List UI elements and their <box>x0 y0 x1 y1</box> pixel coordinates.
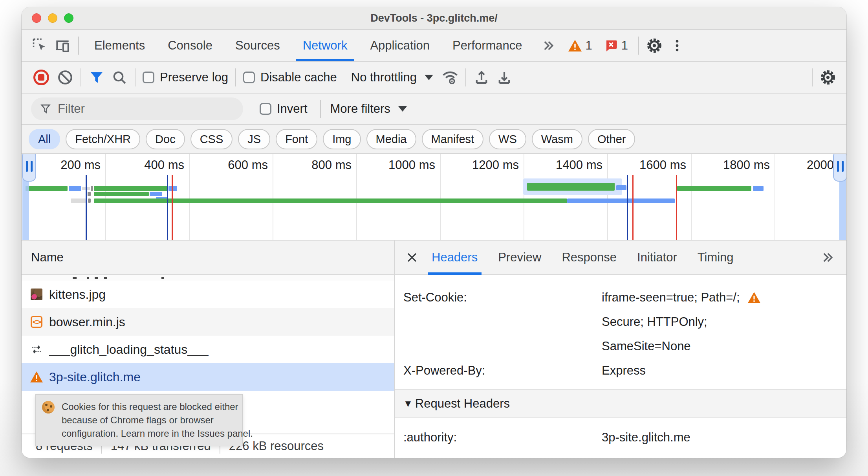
tab-console[interactable]: Console <box>156 30 224 61</box>
tooltip-text-line: configuration. Learn more in the Issues … <box>62 427 235 440</box>
preserve-log-toggle[interactable]: Preserve log <box>139 70 231 85</box>
type-filter-font[interactable]: Font <box>276 129 317 149</box>
load-event-line <box>172 175 173 240</box>
settings-gear-icon[interactable] <box>643 34 666 57</box>
close-details-icon[interactable] <box>403 246 421 269</box>
request-name: bowser.min.js <box>49 315 125 329</box>
page: DevTools - 3pc.glitch.me/ ElementsConsol… <box>0 0 868 476</box>
waterfall-bar <box>677 186 751 191</box>
disable-cache-toggle[interactable]: Disable cache <box>240 70 340 85</box>
network-overview-timeline[interactable]: 200 ms400 ms600 ms800 ms1000 ms1200 ms14… <box>22 154 846 241</box>
type-filter-js[interactable]: JS <box>238 129 270 149</box>
requests-pane: Name kittens.jpg<>bowser.min.js___glitch… <box>22 241 395 458</box>
tab-elements[interactable]: Elements <box>83 30 156 61</box>
waterfall-bar <box>567 198 675 203</box>
chevron-down-icon <box>398 106 407 112</box>
invert-checkbox[interactable] <box>260 103 271 115</box>
tab-application[interactable]: Application <box>359 30 441 61</box>
details-tab-bar: HeadersPreviewResponseInitiatorTiming <box>395 241 846 275</box>
error-count: 1 <box>621 39 628 53</box>
tab-network[interactable]: Network <box>291 30 359 61</box>
kebab-menu-icon[interactable] <box>666 34 689 57</box>
import-har-icon[interactable] <box>470 66 493 89</box>
timeline-tick-label: 400 ms <box>106 158 184 172</box>
request-details-pane: HeadersPreviewResponseInitiatorTiming Se… <box>395 241 846 458</box>
timeline-left-strip <box>22 178 29 240</box>
type-filter-ws[interactable]: WS <box>489 129 526 149</box>
timeline-right-scrubber[interactable] <box>833 154 846 182</box>
request-row[interactable]: 3p-site.glitch.me <box>22 363 394 391</box>
export-har-icon[interactable] <box>493 66 516 89</box>
name-column-header[interactable]: Name <box>22 241 394 275</box>
tab-sources[interactable]: Sources <box>224 30 291 61</box>
request-name: kittens.jpg <box>49 287 106 302</box>
request-row[interactable]: ___glitch_loading_status___ <box>22 336 394 363</box>
details-tab-timing[interactable]: Timing <box>687 241 744 275</box>
waterfall-bar <box>88 198 91 203</box>
disable-cache-checkbox[interactable] <box>243 72 255 83</box>
network-conditions-icon[interactable] <box>439 66 461 89</box>
type-filter-css[interactable]: CSS <box>190 129 233 149</box>
domcontent-event-line <box>86 175 87 240</box>
request-row[interactable]: kittens.jpg <box>22 281 394 308</box>
response-headers-list: Set-Cookie:iframe-seen=true; Path=/;Secu… <box>395 275 846 383</box>
load-event-line <box>676 175 677 240</box>
record-network-log-button[interactable] <box>33 70 49 85</box>
timeline-tick-label: 1400 ms <box>524 158 602 172</box>
type-filter-manifest[interactable]: Manifest <box>422 129 484 149</box>
details-tab-response[interactable]: Response <box>551 241 627 275</box>
console-error-badge[interactable]: 1 <box>605 39 628 53</box>
timeline-tick-label: 1200 ms <box>440 158 519 172</box>
invert-toggle[interactable]: Invert <box>256 102 311 116</box>
filter-input[interactable]: Filter <box>31 97 243 120</box>
filter-placeholder: Filter <box>58 102 85 116</box>
more-filters-dropdown[interactable]: More filters <box>330 102 407 116</box>
type-filter-fetch-xhr[interactable]: Fetch/XHR <box>66 129 140 149</box>
type-filter-all[interactable]: All <box>29 129 60 149</box>
waterfall-bar <box>94 192 149 196</box>
type-filter-doc[interactable]: Doc <box>146 129 185 149</box>
details-tab-headers[interactable]: Headers <box>421 241 488 275</box>
cookie-blocked-tooltip: Cookies for this request are blocked eit… <box>35 394 243 446</box>
clear-network-log-icon[interactable] <box>54 66 77 89</box>
waterfall-bar <box>71 198 87 203</box>
search-icon[interactable] <box>108 66 131 89</box>
header-value: SameSite=None <box>602 334 839 358</box>
more-filters-label: More filters <box>330 102 390 116</box>
network-toolbar: Preserve log Disable cache No throttling <box>22 62 846 94</box>
more-detail-tabs-chevron[interactable] <box>816 246 839 269</box>
waterfall-bar <box>26 186 68 191</box>
waterfall-bar <box>753 186 764 191</box>
disable-cache-label: Disable cache <box>260 70 337 85</box>
type-filter-other[interactable]: Other <box>588 129 635 149</box>
network-settings-gear-icon[interactable] <box>817 66 839 89</box>
more-tabs-chevron[interactable] <box>540 38 556 53</box>
preserve-log-label: Preserve log <box>160 70 228 85</box>
header-value: 3p-site.glitch.me <box>602 425 839 450</box>
chevron-down-icon <box>425 75 433 80</box>
triangle-down-icon: ▼ <box>403 398 413 409</box>
throttling-dropdown[interactable]: No throttling <box>351 70 433 85</box>
request-headers-section[interactable]: ▼ Request Headers <box>395 390 846 418</box>
waterfall-bar <box>69 186 81 191</box>
timeline-left-scrubber[interactable] <box>22 154 36 182</box>
image-thumbnail-icon <box>31 289 42 300</box>
lower-split: Name kittens.jpg<>bowser.min.js___glitch… <box>22 241 846 458</box>
toggle-device-toolbar-icon[interactable] <box>51 34 74 57</box>
request-row[interactable]: <>bowser.min.js <box>22 308 394 336</box>
domcontent-event-line <box>627 175 628 240</box>
filter-funnel-icon[interactable] <box>85 66 108 89</box>
type-filter-img[interactable]: Img <box>323 129 361 149</box>
details-tab-preview[interactable]: Preview <box>488 241 551 275</box>
request-name: ___glitch_loading_status___ <box>49 342 209 357</box>
type-filter-media[interactable]: Media <box>366 129 416 149</box>
domcontent-event-line <box>167 175 168 240</box>
preserve-log-checkbox[interactable] <box>143 72 154 83</box>
inspect-element-icon[interactable] <box>29 34 51 57</box>
warning-count: 1 <box>586 39 592 53</box>
tab-performance[interactable]: Performance <box>441 30 533 61</box>
type-filter-wasm[interactable]: Wasm <box>532 129 582 149</box>
details-tab-initiator[interactable]: Initiator <box>627 241 687 275</box>
divider <box>465 68 466 86</box>
issues-warning-badge[interactable]: 1 <box>568 39 592 53</box>
